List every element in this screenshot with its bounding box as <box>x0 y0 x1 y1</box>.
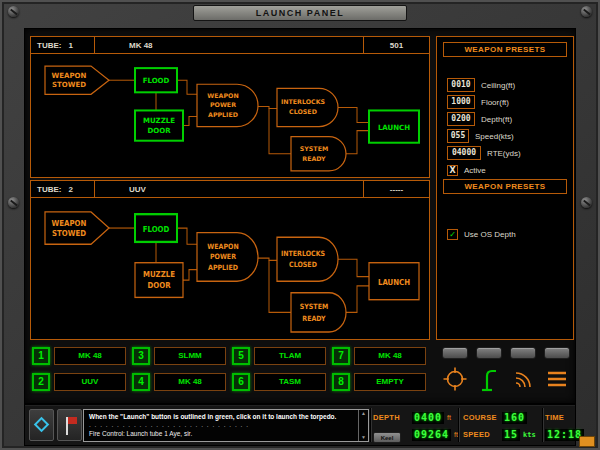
panel-button-2[interactable] <box>476 347 502 359</box>
corner-accent <box>579 436 595 447</box>
svg-text:WEAPON: WEAPON <box>207 92 238 99</box>
panel-button-1[interactable] <box>442 347 468 359</box>
weapon-stowed-indicator: WEAPON STOWED <box>45 212 109 244</box>
speed-field[interactable]: 055 <box>447 129 469 143</box>
tube-6-select-button[interactable]: 6 <box>232 373 250 391</box>
depth-field[interactable]: 0200 <box>447 112 475 126</box>
speed-label: Speed(kts) <box>475 132 514 141</box>
svg-text:WEAPON: WEAPON <box>52 71 87 80</box>
nav-icon-button[interactable] <box>29 409 54 441</box>
rte-field[interactable]: 04000 <box>447 146 481 160</box>
launch-button: LAUNCH <box>369 263 419 300</box>
muzzle-door-button[interactable]: MUZZLE DOOR <box>135 110 183 140</box>
message-log: When the "Launch" button is outlined in … <box>83 409 369 442</box>
svg-text:LAUNCH: LAUNCH <box>378 123 410 132</box>
use-os-depth-label: Use OS Depth <box>464 230 516 239</box>
tube-4-select-button[interactable]: 4 <box>132 373 150 391</box>
tube-weapon-label: MK 48 <box>95 37 363 53</box>
svg-text:SYSTEM: SYSTEM <box>300 303 329 312</box>
system-ready-indicator: SYSTEM READY <box>291 137 346 171</box>
tube-1-header: TUBE: 1 MK 48 501 <box>31 37 429 54</box>
tube-select-cell: 5 TLAM <box>232 347 328 365</box>
rte-label: RTE(yds) <box>487 149 521 158</box>
weapon-presets-title: WEAPON PRESETS <box>443 42 567 57</box>
panel-button-3[interactable] <box>510 347 536 359</box>
tube-5-weapon-button[interactable]: TLAM <box>254 347 326 365</box>
tube-2-header: TUBE: 2 UUV ----- <box>31 181 429 198</box>
panel-title: LAUNCH PANEL <box>193 5 407 21</box>
tube-number-label: TUBE: 2 <box>31 181 95 197</box>
time-label: TIME <box>545 413 564 422</box>
tube-2-panel: TUBE: 2 UUV ----- WEAPON STOWED <box>30 180 430 340</box>
floor-field[interactable]: 1000 <box>447 95 475 109</box>
muzzle-door-button[interactable]: MUZZLE DOOR <box>135 263 183 298</box>
panel-button-4[interactable] <box>544 347 570 359</box>
menu-icon <box>544 366 570 392</box>
tube-4-weapon-button[interactable]: MK 48 <box>154 373 226 391</box>
active-label: Active <box>464 166 486 175</box>
speed-label: SPEED <box>463 430 499 439</box>
keel-toggle-button[interactable]: Keel <box>373 432 401 443</box>
tube-5-select-button[interactable]: 5 <box>232 347 250 365</box>
tube-weapon-id: 501 <box>363 37 429 53</box>
course-label: COURSE <box>463 413 499 422</box>
tube-8-weapon-button[interactable]: EMPTY <box>354 373 426 391</box>
log-scroll-up-icon[interactable]: ▲ <box>361 411 366 416</box>
active-checkbox[interactable]: X <box>447 165 458 176</box>
tube-2-select-button[interactable]: 2 <box>32 373 50 391</box>
ceiling-label: Ceiling(ft) <box>481 81 515 90</box>
flag-icon-button[interactable] <box>57 409 82 441</box>
tube-select-cell: 7 MK 48 <box>332 347 428 365</box>
station-controls-panel <box>436 344 574 400</box>
target-crosshair-button[interactable] <box>442 366 468 392</box>
flood-button[interactable]: FLOOD <box>135 68 177 92</box>
screw-icon <box>581 197 592 208</box>
system-ready-indicator: SYSTEM READY <box>291 293 346 332</box>
svg-text:CLOSED: CLOSED <box>289 261 317 270</box>
preset-row: 0010 Ceiling(ft) <box>447 77 571 93</box>
tube-word: TUBE: <box>37 38 61 53</box>
keel-value: 09264 <box>412 429 451 441</box>
tube-word: TUBE: <box>37 182 61 197</box>
svg-text:DOOR: DOOR <box>147 126 171 135</box>
log-scrollbar[interactable]: ▲ ▼ <box>358 410 368 441</box>
tube-6-weapon-button[interactable]: TASM <box>254 373 326 391</box>
course-value: 160 <box>502 412 527 424</box>
tube-select-cell: 1 MK 48 <box>32 347 128 365</box>
menu-button[interactable] <box>544 366 570 392</box>
preset-row: 1000 Floor(ft) <box>447 94 571 110</box>
tube-1-weapon-button[interactable]: MK 48 <box>54 347 126 365</box>
floor-label: Floor(ft) <box>481 98 509 107</box>
tube-1-select-button[interactable]: 1 <box>32 347 50 365</box>
tube-2-weapon-button[interactable]: UUV <box>54 373 126 391</box>
tube-number: 2 <box>68 182 72 197</box>
sonar-button[interactable] <box>510 366 536 392</box>
flood-button[interactable]: FLOOD <box>135 214 177 242</box>
tube-7-weapon-button[interactable]: MK 48 <box>354 347 426 365</box>
tube-7-select-button[interactable]: 7 <box>332 347 350 365</box>
preset-row: X Active <box>447 162 571 178</box>
tube-weapon-label: UUV <box>95 181 363 197</box>
tube-select-cell: 4 MK 48 <box>132 373 228 391</box>
tube-8-select-button[interactable]: 8 <box>332 373 350 391</box>
tube-3-select-button[interactable]: 3 <box>132 347 150 365</box>
tube-number: 1 <box>68 38 72 53</box>
svg-text:MUZZLE: MUZZLE <box>143 116 175 125</box>
launch-button[interactable]: LAUNCH <box>369 110 419 142</box>
use-os-depth-checkbox[interactable]: ✓ <box>447 229 458 240</box>
svg-text:INTERLOCKS: INTERLOCKS <box>281 249 325 258</box>
launch-panel: LAUNCH PANEL TUBE: 1 MK 48 501 WE <box>0 0 600 450</box>
periscope-button[interactable] <box>476 366 502 392</box>
divider <box>542 408 543 442</box>
divider <box>370 408 371 442</box>
log-scroll-down-icon[interactable]: ▼ <box>361 435 366 440</box>
svg-text:CLOSED: CLOSED <box>289 108 317 115</box>
screw-icon <box>8 6 19 17</box>
weapon-presets-title-2: WEAPON PRESETS <box>443 179 567 194</box>
tube-2-flow-diagram: WEAPON STOWED FLOOD MUZZLE DOOR WEAPON P… <box>31 198 429 339</box>
ceiling-field[interactable]: 0010 <box>447 78 475 92</box>
svg-text:READY: READY <box>302 314 325 323</box>
svg-text:FLOOD: FLOOD <box>143 76 170 85</box>
tube-select-cell: 2 UUV <box>32 373 128 391</box>
tube-3-weapon-button[interactable]: SLMM <box>154 347 226 365</box>
